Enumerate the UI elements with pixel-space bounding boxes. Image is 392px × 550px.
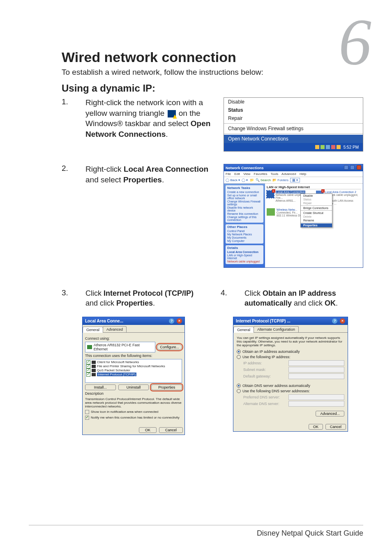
close-icon[interactable]: × <box>177 318 182 324</box>
ctx-item-status[interactable]: Status <box>224 106 363 114</box>
sidebar-item[interactable]: Change settings of this connection <box>227 216 262 221</box>
configure-button[interactable]: Configure... <box>157 344 182 350</box>
taskbar: 5:52 PM <box>224 143 363 151</box>
component-icon <box>92 361 96 364</box>
footer-text: Disney Netpal Quick Start Guide <box>257 529 363 538</box>
gateway-field <box>288 373 344 379</box>
subnet-field <box>288 367 344 373</box>
sidebar-detail: Local Area Connection <box>227 251 262 253</box>
context-menu: Disable Status Repair Bridge Connections… <box>300 193 332 228</box>
uninstall-button[interactable]: Uninstall <box>118 384 149 390</box>
label: Connect using: <box>85 336 182 341</box>
chapter-number: 6 <box>339 4 371 80</box>
maximize-icon[interactable] <box>350 165 355 170</box>
sidebar-item[interactable]: Create a new connection <box>227 191 262 193</box>
tab-alternate[interactable]: Alternate Configuration <box>254 326 299 332</box>
network-icon: × <box>267 191 274 198</box>
dialog-titlebar: Local Area Conne... ? × <box>83 317 184 325</box>
alt-dns-label: Alternate DNS server: <box>243 402 288 406</box>
radio-use-dns[interactable] <box>237 389 241 393</box>
cancel-button[interactable]: Cancel <box>159 427 183 433</box>
step-text: Click Obtain an IP address automatically… <box>244 288 363 308</box>
folders-button[interactable]: 📂 Folders <box>272 178 288 182</box>
category-heading: LAN or High-Speed Internet <box>267 185 361 189</box>
tab-advanced[interactable]: Advanced <box>103 326 127 332</box>
sidebar-item[interactable]: My Network Places <box>227 233 262 236</box>
radio-auto-dns[interactable] <box>237 384 241 388</box>
cancel-button[interactable]: Cancel <box>325 424 346 430</box>
toolbar[interactable]: ◯ Back ▾ ◯ ▾ 📁 🔍 Search 📂 Folders ▦ ▾ <box>224 177 363 184</box>
sidebar-item[interactable]: Disable this network device <box>227 206 262 212</box>
nic-icon <box>87 345 92 349</box>
sidebar-item[interactable]: My Documents <box>227 236 262 239</box>
advanced-button[interactable]: Advanced... <box>316 411 344 417</box>
ctx-item-properties[interactable]: Properties <box>301 223 332 227</box>
sidebar-item[interactable]: Rename this connection <box>227 212 262 215</box>
ok-button[interactable]: OK <box>139 427 157 433</box>
items-listbox[interactable]: Client for Microsoft Networks File and P… <box>85 359 182 383</box>
window-titlebar: Network Connections <box>224 164 363 171</box>
sidebar-item[interactable]: Control Panel <box>227 230 262 232</box>
sidebar-heading: Network Tasks <box>227 186 262 190</box>
ctx-item-firewall[interactable]: Change Windows Firewall settings <box>224 124 363 133</box>
up-button[interactable]: 📁 <box>250 178 254 182</box>
component-icon <box>92 373 96 376</box>
help-icon[interactable]: ? <box>332 318 337 324</box>
tcpip-properties-screenshot: Internet Protocol (TCP/IP) ... ? × Gener… <box>233 317 363 432</box>
sidebar-item[interactable]: Set up a home or small office network <box>227 194 262 200</box>
ok-button[interactable]: OK <box>309 424 323 430</box>
ctx-item-repair[interactable]: Repair <box>224 114 363 122</box>
tab-general[interactable]: General <box>83 327 103 333</box>
step-text: Right-click the network icon with a yell… <box>85 97 216 140</box>
tray-icon <box>326 145 330 149</box>
ip-label: IP address: <box>243 361 288 365</box>
tray-icon <box>331 145 335 149</box>
pref-dns-field <box>288 394 344 400</box>
dialog-titlebar: Internet Protocol (TCP/IP) ... ? × <box>233 317 348 325</box>
checkbox[interactable] <box>85 410 89 414</box>
wireless-icon <box>267 208 275 216</box>
step-text: Click Internet Protocol (TCP/IP) and cli… <box>85 288 204 308</box>
step-number: 2. <box>62 164 78 173</box>
ctx-item-disable[interactable]: Disable <box>301 194 332 198</box>
sidebar-item[interactable]: Change Windows Firewall settings <box>227 200 262 206</box>
ctx-item-status: Status <box>301 198 332 201</box>
menubar[interactable]: File Edit View Favorites Tools Advanced … <box>224 171 363 177</box>
radio-use-ip[interactable] <box>237 355 241 359</box>
step-number: 1. <box>62 97 78 106</box>
install-button[interactable]: Install... <box>85 384 116 390</box>
ctx-item-open-nc[interactable]: Open Network Connections <box>224 135 363 143</box>
radio-auto-ip[interactable] <box>237 350 241 354</box>
ctx-item-disable[interactable]: Disable <box>224 98 363 106</box>
clock: 5:52 PM <box>342 145 360 150</box>
gateway-label: Default gateway: <box>243 374 288 378</box>
search-button[interactable]: 🔍 Search <box>256 178 271 182</box>
minimize-icon[interactable] <box>344 165 348 170</box>
description-text: Transmission Control Protocol/Internet P… <box>85 397 182 408</box>
footer-divider <box>29 525 363 525</box>
sidebar-heading: Other Places <box>227 225 262 229</box>
ctx-item-rename[interactable]: Rename <box>301 219 332 222</box>
close-icon[interactable] <box>357 165 361 170</box>
help-icon[interactable]: ? <box>169 318 174 324</box>
checkbox[interactable] <box>85 416 89 420</box>
close-icon[interactable]: × <box>340 318 345 324</box>
subnet-label: Subnet mask: <box>243 368 288 372</box>
ctx-item-shortcut[interactable]: Create Shortcut <box>301 211 332 215</box>
ctx-item-delete: Delete <box>301 215 332 219</box>
properties-button[interactable]: Properties <box>151 384 182 390</box>
back-button[interactable]: ◯ Back ▾ <box>226 178 240 182</box>
label: This connection uses the following items… <box>85 354 182 358</box>
ctx-item-bridge[interactable]: Bridge Connections <box>301 206 332 210</box>
view-dropdown[interactable]: ▦ ▾ <box>290 178 300 182</box>
checkbox-icon[interactable] <box>86 373 90 377</box>
sidebar: Network Tasks Create a new connection Se… <box>224 184 265 267</box>
explain-text: You can get IP settings assigned automat… <box>237 336 344 347</box>
tray-icon <box>315 145 319 149</box>
alt-dns-field <box>288 401 344 407</box>
lac-properties-screenshot: Local Area Conne... ? × General Advanced… <box>82 317 204 435</box>
sidebar-detail: LAN or High-Speed Internet <box>227 254 262 260</box>
tab-general[interactable]: General <box>233 327 254 333</box>
sidebar-item[interactable]: My Computer <box>227 239 262 242</box>
forward-button[interactable]: ◯ ▾ <box>242 178 248 182</box>
